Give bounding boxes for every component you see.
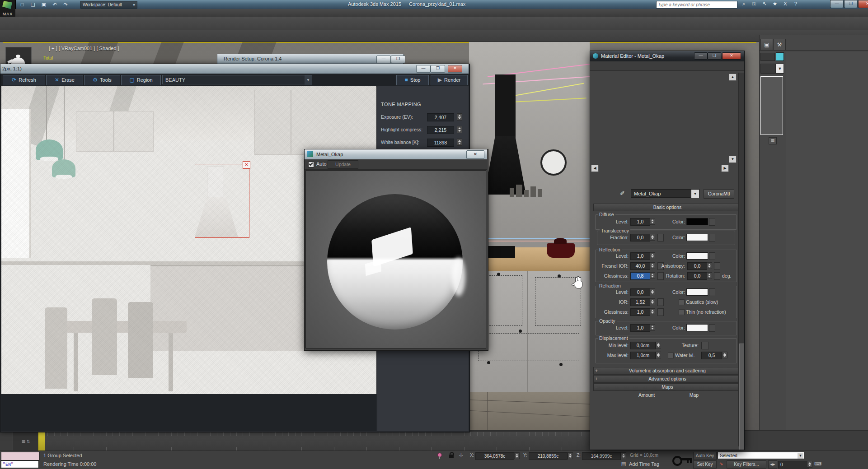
subscription-icon[interactable]: ⚿ (751, 1, 758, 7)
set-key-button[interactable]: Set Key (693, 460, 717, 469)
tab-utilities[interactable]: ⚒ (773, 39, 786, 50)
render-setup-maximize-button[interactable]: ❐ (391, 56, 405, 63)
glossiness-field[interactable]: 0,8 (630, 272, 650, 280)
vfb-stop-button[interactable]: ■Stop (396, 75, 429, 85)
refr-color-map-button[interactable] (709, 288, 715, 296)
maxscript-listener-line[interactable]: "EN" (1, 460, 39, 468)
vfb-close-button[interactable]: ✕ (448, 65, 462, 73)
keyboard-shortcut-toggle-icon[interactable]: ⌨ (814, 460, 821, 467)
vfb-maximize-button[interactable]: ❐ (431, 65, 445, 73)
rotation-map-button[interactable] (714, 272, 720, 280)
translucency-color-map-button[interactable] (709, 234, 715, 241)
refr-glossiness-field[interactable]: 1,0 (630, 308, 650, 316)
vfb-channel-dropdown[interactable]: BEAUTY▼ (162, 75, 312, 84)
anisotropy-field[interactable]: 0,0 (687, 262, 707, 270)
vfb-erase-button[interactable]: ✕Erase (46, 75, 83, 85)
rollout-maps[interactable]: −Maps (593, 383, 741, 391)
slot-scroll-left-icon[interactable]: ◀ (591, 165, 599, 172)
fresnel-field[interactable]: 40,0 (630, 262, 650, 270)
refl-color-map-button[interactable] (709, 252, 715, 260)
opacity-level-spinner[interactable] (650, 324, 655, 331)
region-close-icon[interactable]: ✕ (243, 161, 250, 169)
min-level-field[interactable]: 0,0cm (630, 342, 656, 349)
material-name-dropdown[interactable]: Metal_Okap▼ (631, 189, 699, 198)
exposure-field[interactable]: 2,407 (427, 113, 454, 121)
rotation-field[interactable]: 0,0 (687, 272, 707, 280)
rollout-basic-options[interactable]: Basic options (593, 204, 741, 211)
material-editor-scrollbar[interactable] (738, 73, 744, 446)
diffuse-level-spinner[interactable] (650, 218, 655, 225)
key-mode-icon[interactable]: ∿ (718, 460, 725, 467)
anisotropy-spinner[interactable] (707, 262, 712, 269)
current-frame-field[interactable]: 0 (778, 461, 809, 469)
max-logo[interactable]: MAX (0, 0, 16, 17)
refr-color-swatch[interactable] (686, 288, 708, 296)
vfb-refresh-button[interactable]: ⟳Refresh (3, 75, 45, 85)
translucency-color-swatch[interactable] (686, 234, 708, 241)
water-level-checkbox[interactable] (668, 353, 674, 358)
redo-icon[interactable]: ↷ (61, 1, 70, 8)
z-coord-spinner[interactable] (621, 452, 626, 459)
rotation-spinner[interactable] (707, 272, 712, 279)
refl-level-field[interactable]: 1,0 (630, 252, 650, 260)
search-box[interactable] (656, 1, 737, 9)
mini-curve-toggle[interactable]: ▦ ⇅ (13, 432, 39, 451)
refl-color-swatch[interactable] (686, 252, 708, 260)
object-name-field[interactable] (760, 53, 775, 61)
ior-map-button[interactable] (657, 298, 664, 306)
modifier-stack[interactable] (760, 76, 783, 135)
favorites-icon[interactable]: ★ (771, 1, 779, 7)
slot-scroll-down-icon[interactable]: ▼ (729, 156, 737, 163)
refl-level-spinner[interactable] (650, 252, 655, 259)
auto-key-button[interactable]: Auto Key (693, 452, 717, 460)
fraction-spinner[interactable] (650, 234, 655, 241)
tab-display[interactable]: ▣ (760, 39, 773, 50)
vfb-region-button[interactable]: ▢Region (121, 75, 161, 85)
refr-glossiness-map-button[interactable] (657, 308, 664, 316)
close-button[interactable]: ✕ (858, 0, 868, 8)
min-level-spinner[interactable] (656, 342, 661, 348)
glossiness-spinner[interactable] (650, 272, 655, 279)
slot-scroll-up-icon[interactable]: ▲ (729, 74, 737, 81)
me-maximize-button[interactable]: ❐ (708, 52, 721, 60)
stack-option-button[interactable]: ▦ (769, 137, 777, 144)
render-region-marquee[interactable] (195, 164, 249, 238)
opacity-color-swatch[interactable] (686, 324, 708, 331)
slot-scroll-right-icon[interactable]: ▶ (721, 165, 729, 172)
frame-spinner[interactable] (807, 461, 812, 468)
whitebalance-field[interactable]: 11898 (427, 139, 454, 147)
selection-lock-icon[interactable] (449, 455, 454, 458)
pin-stack-icon[interactable] (437, 453, 442, 457)
auto-checkbox[interactable] (308, 162, 314, 167)
add-time-tag[interactable]: Add Time Tag (629, 461, 659, 467)
max-level-field[interactable]: 1,0cm (630, 352, 656, 359)
diffuse-level-field[interactable]: 1,0 (630, 218, 650, 226)
refr-glossiness-spinner[interactable] (650, 308, 655, 315)
material-type-button[interactable]: CoronaMtl (704, 189, 734, 199)
pick-material-eyedropper-icon[interactable]: ✐ (620, 190, 627, 197)
open-file-icon[interactable]: ❏ (29, 1, 37, 8)
render-setup-minimize-button[interactable]: — (376, 56, 391, 63)
object-color-swatch[interactable] (776, 52, 784, 61)
time-tag-note-icon[interactable]: ▤ (620, 460, 627, 467)
whitebalance-spinner[interactable] (457, 139, 462, 146)
me-minimize-button[interactable]: — (694, 52, 708, 60)
me-close-button[interactable]: ✕ (722, 52, 741, 60)
preview-close-button[interactable]: ✕ (466, 150, 484, 159)
minimize-button[interactable]: — (830, 0, 844, 8)
z-coord-field[interactable]: 164,9999c (582, 452, 621, 460)
vfb-tools-button[interactable]: ⚙Tools (84, 75, 120, 85)
exposure-spinner[interactable] (457, 113, 462, 121)
opacity-level-field[interactable]: 1,0 (630, 324, 650, 332)
water-level-spinner[interactable] (722, 352, 727, 358)
material-editor-titlebar[interactable]: Material Editor - Metal_Okap — ❐ ✕ (590, 51, 744, 61)
communication-icon[interactable]: ↖ (761, 1, 768, 7)
opacity-color-map-button[interactable] (709, 324, 715, 332)
update-button[interactable]: Update (328, 160, 358, 169)
thin-checkbox[interactable] (679, 309, 685, 315)
caustics-checkbox[interactable] (679, 299, 685, 305)
exchange-icon[interactable]: Χ (782, 1, 789, 7)
ior-field[interactable]: 1,52 (630, 298, 650, 306)
selected-key-set-dropdown[interactable]: Selected▼ (718, 452, 804, 459)
search-icon[interactable]: ⌕ (740, 1, 747, 7)
